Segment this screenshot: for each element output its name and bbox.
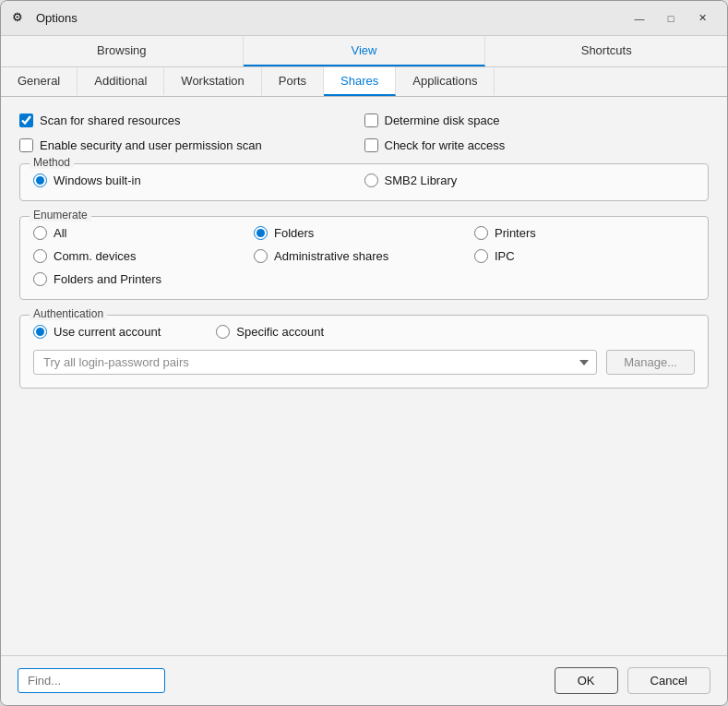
options-window: ⚙ Options — □ ✕ Browsing View Shortcuts … (0, 0, 728, 706)
method-radio-row: Windows built-in SMB2 Library (33, 174, 695, 187)
all-radio[interactable] (33, 226, 47, 240)
folders-printers-radio[interactable] (33, 272, 47, 286)
security-half: Enable security and user permission scan (19, 138, 364, 152)
close-button[interactable]: ✕ (688, 8, 716, 29)
all-text: All (54, 226, 66, 240)
folders-text: Folders (274, 226, 314, 240)
tab-workstation[interactable]: Workstation (164, 67, 261, 96)
enumerate-group: Enumerate All Folders (19, 216, 709, 300)
admin-text: Administrative shares (274, 249, 388, 263)
determine-disk-text: Determine disk space (385, 114, 500, 127)
windows-builtin-radio[interactable] (33, 174, 47, 187)
method-title: Method (30, 156, 74, 169)
printers-label[interactable]: Printers (474, 226, 695, 240)
nav-browsing[interactable]: Browsing (1, 36, 244, 66)
window-title: Options (36, 11, 626, 25)
check-write-half: Check for write access (364, 138, 710, 152)
windows-builtin-col: Windows built-in (33, 174, 364, 187)
authentication-title: Authentication (30, 307, 107, 320)
enumerate-row2: Comm. devices Administrative shares IPC (33, 249, 695, 263)
all-label[interactable]: All (33, 226, 254, 240)
tab-ports[interactable]: Ports (262, 67, 324, 96)
check-write-checkbox[interactable] (364, 138, 378, 152)
tab-shares[interactable]: Shares (324, 67, 396, 96)
security-row: Enable security and user permission scan… (19, 138, 709, 152)
printers-radio[interactable] (474, 226, 488, 240)
app-icon: ⚙ (12, 10, 29, 27)
find-input[interactable] (18, 668, 165, 693)
scan-row: Scan for shared resources Determine disk… (19, 114, 709, 127)
scan-shared-checkbox[interactable] (19, 114, 33, 127)
folders-radio[interactable] (254, 226, 268, 240)
smb2-text: SMB2 Library (385, 174, 458, 187)
windows-builtin-label[interactable]: Windows built-in (33, 174, 364, 187)
nav-view[interactable]: View (244, 36, 486, 66)
nav-shortcuts[interactable]: Shortcuts (485, 36, 727, 66)
check-write-text: Check for write access (385, 138, 506, 152)
tab-general[interactable]: General (1, 67, 78, 96)
enable-security-checkbox[interactable] (19, 138, 33, 152)
ipc-text: IPC (495, 249, 515, 263)
dropdown-row: Try all login-password pairs Manage... (33, 350, 695, 375)
nav-bar: Browsing View Shortcuts (1, 36, 727, 67)
method-group: Method Windows built-in SMB2 Library (19, 163, 709, 201)
folders-printers-label[interactable]: Folders and Printers (33, 272, 254, 286)
specific-account-text: Specific account (236, 325, 324, 339)
ok-button[interactable]: OK (555, 667, 618, 694)
manage-button[interactable]: Manage... (606, 350, 695, 375)
admin-radio[interactable] (254, 249, 268, 263)
check-write-label[interactable]: Check for write access (364, 138, 506, 152)
cancel-button[interactable]: Cancel (627, 667, 710, 694)
comm-label[interactable]: Comm. devices (33, 249, 254, 263)
login-pairs-dropdown[interactable]: Try all login-password pairs (33, 350, 597, 375)
use-current-label[interactable]: Use current account (33, 325, 161, 339)
enumerate-title: Enumerate (30, 209, 91, 221)
determine-half: Determine disk space (364, 114, 710, 127)
tab-applications[interactable]: Applications (396, 67, 495, 96)
folders-label[interactable]: Folders (254, 226, 474, 240)
enable-security-text: Enable security and user permission scan (40, 138, 262, 152)
use-current-radio[interactable] (33, 325, 47, 339)
comm-radio[interactable] (33, 249, 47, 263)
tab-additional[interactable]: Additional (78, 67, 164, 96)
admin-label[interactable]: Administrative shares (254, 249, 474, 263)
title-bar: ⚙ Options — □ ✕ (1, 1, 727, 36)
maximize-button[interactable]: □ (657, 8, 685, 29)
printers-text: Printers (495, 226, 536, 240)
determine-disk-label[interactable]: Determine disk space (364, 114, 500, 127)
scan-shared-text: Scan for shared resources (40, 114, 180, 127)
scan-shared-label[interactable]: Scan for shared resources (19, 114, 180, 127)
admin-col: Administrative shares (254, 249, 474, 263)
comm-text: Comm. devices (54, 249, 137, 263)
windows-builtin-text: Windows built-in (54, 174, 141, 187)
ipc-label[interactable]: IPC (474, 249, 695, 263)
all-col: All (33, 226, 254, 240)
printers-col: Printers (474, 226, 695, 240)
folders-col: Folders (254, 226, 474, 240)
content-area: Scan for shared resources Determine disk… (1, 97, 727, 655)
auth-radio-row: Use current account Specific account (33, 325, 695, 339)
specific-account-radio[interactable] (216, 325, 230, 339)
sub-tabs: General Additional Workstation Ports Sha… (1, 67, 727, 97)
folders-printers-col: Folders and Printers (33, 272, 254, 286)
enumerate-row1: All Folders Printers (33, 226, 695, 240)
smb2-col: SMB2 Library (364, 174, 696, 187)
scan-half: Scan for shared resources (19, 114, 364, 127)
authentication-group: Authentication Use current account Speci… (19, 315, 709, 389)
footer: OK Cancel (1, 655, 727, 705)
enable-security-label[interactable]: Enable security and user permission scan (19, 138, 262, 152)
ipc-col: IPC (474, 249, 695, 263)
determine-disk-checkbox[interactable] (364, 114, 378, 127)
use-current-text: Use current account (54, 325, 161, 339)
smb2-radio[interactable] (364, 174, 378, 187)
minimize-button[interactable]: — (626, 8, 653, 29)
comm-col: Comm. devices (33, 249, 254, 263)
folders-printers-text: Folders and Printers (54, 272, 161, 286)
enumerate-row3: Folders and Printers (33, 272, 695, 286)
specific-account-label[interactable]: Specific account (216, 325, 324, 339)
window-controls: — □ ✕ (626, 8, 716, 29)
smb2-label[interactable]: SMB2 Library (364, 174, 696, 187)
ipc-radio[interactable] (474, 249, 488, 263)
